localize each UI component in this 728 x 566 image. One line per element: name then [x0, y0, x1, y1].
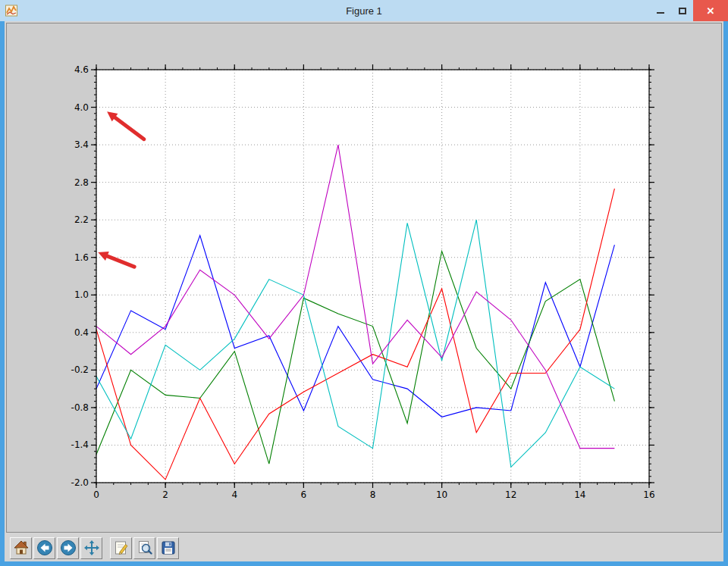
svg-text:1.0: 1.0 — [74, 289, 89, 300]
pan-icon — [83, 539, 100, 556]
forward-icon — [60, 539, 77, 556]
window-title: Figure 1 — [0, 5, 728, 17]
svg-text:10: 10 — [436, 489, 447, 500]
titlebar[interactable]: Figure 1 ✕ — [0, 0, 728, 21]
svg-text:0: 0 — [93, 489, 99, 500]
window-controls: ✕ — [649, 0, 728, 21]
forward-button[interactable] — [57, 537, 79, 559]
zoom-icon — [136, 539, 153, 556]
maximize-icon — [679, 8, 686, 14]
zoom-button[interactable] — [133, 537, 155, 559]
close-button[interactable]: ✕ — [693, 0, 728, 21]
svg-text:12: 12 — [505, 489, 516, 500]
svg-text:2.2: 2.2 — [74, 214, 89, 225]
configure-subplots-button[interactable] — [110, 537, 132, 559]
svg-text:-1.4: -1.4 — [71, 439, 89, 450]
home-icon — [13, 539, 30, 556]
svg-text:3.4: 3.4 — [74, 139, 89, 150]
configure-subplots-icon — [113, 539, 130, 556]
svg-text:2.8: 2.8 — [74, 177, 89, 188]
svg-text:14: 14 — [574, 489, 585, 500]
figure-window: Figure 1 ✕ 0246810121416-2.0-1.4-0.8-0.2… — [0, 0, 728, 566]
svg-text:4.0: 4.0 — [74, 102, 89, 113]
svg-text:-0.2: -0.2 — [71, 364, 89, 375]
svg-text:16: 16 — [643, 489, 654, 500]
home-button[interactable] — [10, 537, 32, 559]
plot-toolbar — [5, 534, 723, 561]
matplotlib-icon — [5, 5, 17, 17]
svg-text:6: 6 — [301, 489, 307, 500]
svg-text:-0.8: -0.8 — [71, 402, 89, 413]
maximize-button[interactable] — [671, 0, 693, 21]
plot-svg: 0246810121416-2.0-1.4-0.8-0.20.41.01.62.… — [7, 23, 721, 532]
svg-text:4: 4 — [231, 489, 237, 500]
figure-canvas[interactable]: 0246810121416-2.0-1.4-0.8-0.20.41.01.62.… — [6, 23, 722, 533]
svg-text:1.6: 1.6 — [74, 252, 89, 263]
minimize-button[interactable] — [649, 0, 671, 21]
figure-body: 0246810121416-2.0-1.4-0.8-0.20.41.01.62.… — [5, 21, 723, 561]
svg-text:0.4: 0.4 — [74, 327, 89, 338]
svg-text:8: 8 — [370, 489, 376, 500]
back-icon — [36, 539, 53, 556]
svg-text:2: 2 — [162, 489, 168, 500]
save-button[interactable] — [157, 537, 179, 559]
svg-text:4.6: 4.6 — [74, 64, 89, 75]
back-button[interactable] — [33, 537, 55, 559]
pan-button[interactable] — [80, 537, 102, 559]
save-icon — [160, 539, 177, 556]
minimize-icon — [657, 12, 664, 14]
svg-text:-2.0: -2.0 — [71, 477, 89, 488]
